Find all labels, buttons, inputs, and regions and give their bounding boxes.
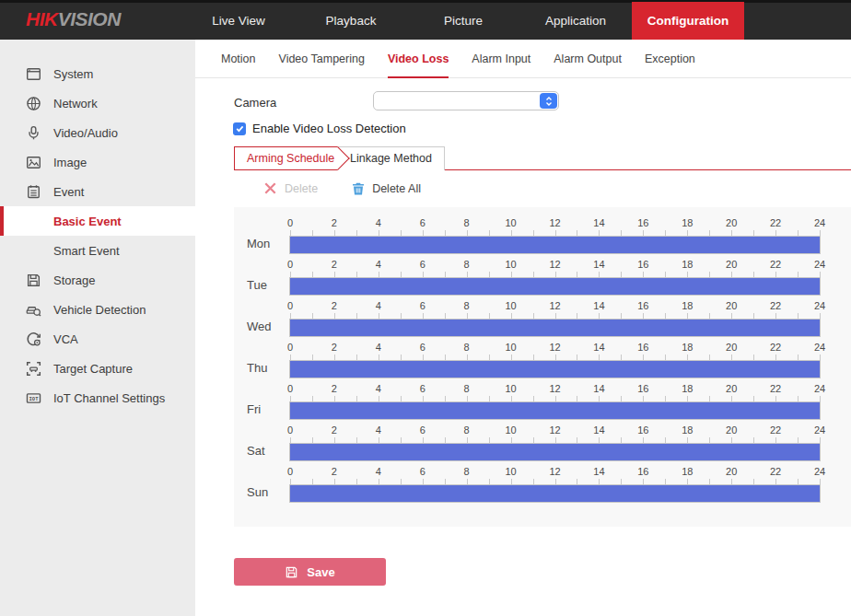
hour-tick-label: 20 [726,259,737,270]
hour-tick-label: 2 [332,342,337,353]
schedule-bar-fill[interactable] [290,320,820,336]
tab-video-tampering[interactable]: Video Tampering [279,40,365,78]
schedule-bar-track[interactable] [289,319,821,337]
tab-alarm-output[interactable]: Alarm Output [554,40,622,78]
select-stepper-icon[interactable] [540,93,557,109]
delete-all-button-label: Delete All [372,182,421,195]
hour-tick-label: 6 [420,259,426,270]
hour-tick-label: 16 [637,300,648,311]
tab-label: Alarm Input [472,52,530,65]
hour-tick-label: 4 [376,466,381,477]
hour-tick-label: 6 [420,342,426,353]
schedule-bar-track[interactable] [289,401,821,420]
sidebar-item-event[interactable]: Event [0,177,195,206]
sidebar-item-label: Image [53,156,87,169]
hour-tick-label: 4 [376,300,381,311]
hour-tick-label: 22 [770,342,781,353]
vehicle-search-icon [26,302,41,318]
sidebar-item-iot-channel-settings[interactable]: IoT Channel Settings [0,383,195,413]
sidebar-item-vca[interactable]: VCA [0,324,195,354]
tab-alarm-input[interactable]: Alarm Input [472,40,530,78]
sidebar-item-image[interactable]: Image [0,147,195,177]
delete-all-button[interactable]: Delete All [352,182,421,195]
hour-tick-label: 8 [464,300,470,311]
enable-video-loss-checkbox[interactable] [233,122,246,135]
hour-tick-label: 10 [505,342,516,353]
hour-tick-label: 4 [376,259,381,270]
hour-tick-label: 16 [637,466,648,477]
camera-select[interactable] [373,91,559,110]
tab-linkage-method[interactable]: Linkage Method [337,146,445,170]
hour-tick-label: 8 [464,466,470,477]
hour-tick-label: 14 [593,300,604,311]
tab-label: Video Tampering [279,52,365,65]
schedule-bar-track[interactable] [289,443,821,461]
tab-linkage-method-label: Linkage Method [350,152,432,165]
sidebar-item-network[interactable]: Network [0,88,195,118]
hour-tick-label: 18 [682,259,693,270]
hour-tick-label: 16 [637,383,648,394]
tab-exception[interactable]: Exception [645,40,695,78]
target-capture-icon [26,361,41,377]
delete-button[interactable]: Delete [264,182,318,195]
nav-item-playback[interactable]: Playback [295,2,407,40]
schedule-bar-track[interactable] [289,484,821,503]
hour-tick-label: 12 [549,217,560,228]
event-tabs: MotionVideo TamperingVideo LossAlarm Inp… [195,40,851,78]
tab-arming-schedule[interactable]: Arming Schedule [234,146,338,170]
sidebar-item-label: System [53,67,93,81]
hour-tick-label: 4 [376,424,381,436]
globe-icon [26,96,41,111]
calendar-event-icon [26,184,41,200]
save-button[interactable]: Save [234,558,386,586]
nav-item-application[interactable]: Application [519,2,632,40]
nav-item-picture[interactable]: Picture [407,2,519,40]
schedule-bar-fill[interactable] [290,237,820,253]
schedule-bar-track[interactable] [289,277,821,296]
tab-video-loss[interactable]: Video Loss [388,40,449,78]
hour-tick-label: 24 [814,424,825,436]
sidebar-item-label: Storage [53,273,96,287]
sidebar-item-storage[interactable]: Storage [0,265,195,295]
day-label: Wed [247,320,286,333]
schedule-bar-fill[interactable] [290,402,820,419]
hour-tick-label: 18 [682,300,693,311]
hour-tick-label: 4 [376,383,381,394]
hour-tick-label: 22 [770,259,781,270]
schedule-day-row: Mon 024681012141618202224 [234,217,851,259]
sidebar-item-basic-event[interactable]: Basic Event [0,206,195,236]
iot-icon [26,390,41,406]
sidebar-item-system[interactable]: System [0,59,195,88]
hour-tick-label: 18 [682,424,693,436]
hour-tick-label: 4 [376,217,381,228]
day-label: Thu [247,361,286,375]
hour-tick-label: 14 [593,466,604,477]
hikvision-logo: HIKVISION [26,8,121,30]
hour-tick-label: 6 [420,383,426,394]
hour-tick-label: 8 [464,424,470,436]
nav-item-live-view[interactable]: Live View [182,2,295,40]
schedule-bar-fill[interactable] [290,444,820,460]
schedule-bar-track[interactable] [289,236,821,254]
schedule-bar-fill[interactable] [290,361,820,378]
sidebar-item-smart-event[interactable]: Smart Event [0,236,195,265]
hour-tick-label: 2 [332,466,337,477]
schedule-bar-fill[interactable] [290,278,820,295]
hour-tick-label: 2 [332,259,337,270]
hour-ruler: 024681012141618202224 [290,383,820,395]
sidebar-item-video-audio[interactable]: Video/Audio [0,118,195,147]
sidebar-item-label: Event [53,185,84,199]
nav-item-configuration[interactable]: Configuration [632,2,744,40]
schedule-bar-fill[interactable] [290,485,820,502]
hour-tick-label: 12 [549,383,560,394]
nav-item-label: Application [545,14,606,28]
sidebar-item-target-capture[interactable]: Target Capture [0,354,195,383]
hour-tick-label: 16 [637,342,648,353]
tab-motion[interactable]: Motion [221,40,256,78]
schedule-day-row: Thu 024681012141618202224 [234,342,851,383]
sidebar-item-vehicle-detection[interactable]: Vehicle Detection [0,295,195,324]
schedule-bar-track[interactable] [289,360,821,378]
hour-tick-label: 2 [332,383,337,394]
hour-tick-label: 10 [505,217,516,228]
page: HIKVISION Live ViewPlaybackPictureApplic… [0,0,851,616]
